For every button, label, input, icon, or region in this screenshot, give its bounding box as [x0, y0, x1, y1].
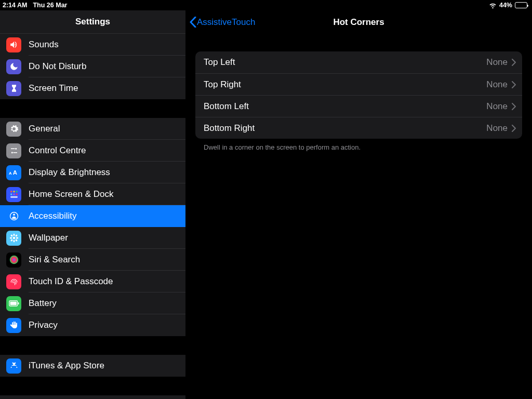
chevron-right-icon [512, 103, 516, 110]
svg-rect-22 [18, 302, 19, 304]
hot-corner-top-right[interactable]: Top RightNone [195, 73, 522, 95]
sidebar-item-label: iTunes & App Store [29, 361, 104, 371]
sidebar-item-label: General [29, 124, 60, 134]
svg-point-10 [13, 214, 15, 216]
battery-icon [6, 296, 21, 311]
svg-text:A: A [9, 171, 12, 176]
chevron-left-icon [190, 17, 196, 28]
svg-point-16 [10, 234, 12, 237]
sidebar-item-passwords-accounts[interactable]: Passwords & Accounts [0, 395, 185, 399]
sidebar-item-label: Battery [29, 298, 57, 309]
settings-sidebar: Settings SoundsDo Not DisturbScreen Time… [0, 10, 185, 399]
row-label: Bottom Right [204, 123, 486, 134]
sidebar-item-label: Display & Brightness [29, 167, 110, 178]
moon-icon [6, 59, 21, 74]
sidebar-item-label: Accessibility [29, 211, 77, 221]
svg-rect-3 [13, 191, 15, 192]
svg-rect-2 [10, 191, 12, 192]
sidebar-item-battery[interactable]: Battery [0, 292, 185, 314]
sidebar-item-label: Home Screen & Dock [29, 189, 113, 200]
sidebar-item-display-brightness[interactable]: AADisplay & Brightness [0, 162, 185, 183]
switches-icon [6, 143, 21, 158]
sidebar-item-itunes-app-store[interactable]: iTunes & App Store [0, 355, 185, 377]
chevron-right-icon [512, 81, 516, 88]
svg-rect-6 [13, 194, 15, 195]
hot-corner-bottom-left[interactable]: Bottom LeftNone [195, 95, 522, 117]
sidebar-item-label: Screen Time [29, 83, 78, 94]
svg-point-17 [15, 234, 17, 237]
sidebar-item-home-screen-dock[interactable]: Home Screen & Dock [0, 183, 185, 205]
sidebar-item-label: Do Not Disturb [29, 61, 86, 72]
svg-point-11 [12, 237, 15, 240]
back-label: AssistiveTouch [197, 17, 255, 28]
svg-rect-8 [10, 196, 18, 198]
grid-icon [6, 187, 21, 202]
detail-pane: AssistiveTouch Hot Corners Top LeftNoneT… [185, 10, 532, 399]
hot-corner-bottom-right[interactable]: Bottom RightNone [195, 117, 522, 139]
sidebar-item-touch-id-passcode[interactable]: Touch ID & Passcode [0, 271, 185, 292]
sidebar-title: Settings [0, 10, 185, 34]
row-value: None [486, 57, 508, 68]
sidebar-item-privacy[interactable]: Privacy [0, 314, 185, 336]
svg-rect-7 [16, 194, 17, 195]
aa-icon: AA [6, 165, 21, 180]
sidebar-item-control-centre[interactable]: Control Centre [0, 140, 185, 162]
appstore-icon [6, 358, 21, 374]
battery-icon [515, 2, 527, 8]
hourglass-icon [6, 81, 21, 96]
sidebar-item-accessibility[interactable]: Accessibility [0, 205, 185, 227]
hot-corner-top-left[interactable]: Top LeftNone [195, 51, 522, 73]
sidebar-item-label: Siri & Search [29, 255, 80, 265]
row-value: None [486, 79, 508, 90]
row-label: Top Right [204, 79, 486, 90]
svg-point-12 [13, 234, 15, 236]
sidebar-item-general[interactable]: General [0, 118, 185, 140]
row-label: Top Left [204, 57, 486, 68]
svg-point-14 [9, 237, 12, 239]
sounds-icon [6, 37, 21, 52]
svg-point-18 [10, 239, 12, 242]
svg-point-19 [15, 239, 17, 242]
sidebar-item-label: Touch ID & Passcode [29, 276, 113, 287]
battery-percent: 44% [499, 2, 512, 9]
status-bar: 2:14 AM Thu 26 Mar 44% [0, 0, 532, 10]
wifi-icon [489, 3, 497, 8]
svg-point-20 [9, 256, 18, 264]
sidebar-item-label: Sounds [29, 39, 59, 50]
sidebar-item-do-not-disturb[interactable]: Do Not Disturb [0, 56, 185, 77]
sidebar-item-label: Wallpaper [29, 233, 68, 243]
sidebar-item-wallpaper[interactable]: Wallpaper [0, 227, 185, 249]
siri-icon [6, 252, 21, 268]
svg-point-13 [13, 240, 15, 243]
svg-rect-5 [10, 194, 12, 195]
hot-corners-list: Top LeftNoneTop RightNoneBottom LeftNone… [195, 51, 522, 139]
sidebar-item-label: Control Centre [29, 145, 86, 156]
flower-icon [6, 231, 21, 246]
chevron-right-icon [512, 125, 516, 132]
sidebar-item-screen-time[interactable]: Screen Time [0, 77, 185, 99]
back-button[interactable]: AssistiveTouch [190, 10, 255, 34]
row-value: None [486, 123, 508, 134]
svg-text:A: A [12, 169, 17, 176]
gear-icon [6, 122, 21, 137]
status-time: 2:14 AM [3, 2, 27, 9]
hand-icon [6, 318, 21, 333]
person-icon [6, 209, 21, 224]
row-value: None [486, 101, 508, 112]
svg-rect-4 [16, 191, 17, 192]
svg-point-15 [16, 237, 18, 239]
chevron-right-icon [512, 59, 516, 66]
status-date: Thu 26 Mar [33, 2, 67, 9]
sidebar-item-siri-search[interactable]: Siri & Search [0, 249, 185, 271]
finger-icon [6, 274, 21, 289]
svg-rect-23 [10, 302, 17, 305]
sidebar-item-sounds[interactable]: Sounds [0, 34, 185, 56]
page-title: Hot Corners [333, 17, 384, 28]
footer-note: Dwell in a corner on the screen to perfo… [195, 139, 522, 151]
sidebar-item-label: Privacy [29, 320, 58, 330]
row-label: Bottom Left [204, 101, 486, 112]
